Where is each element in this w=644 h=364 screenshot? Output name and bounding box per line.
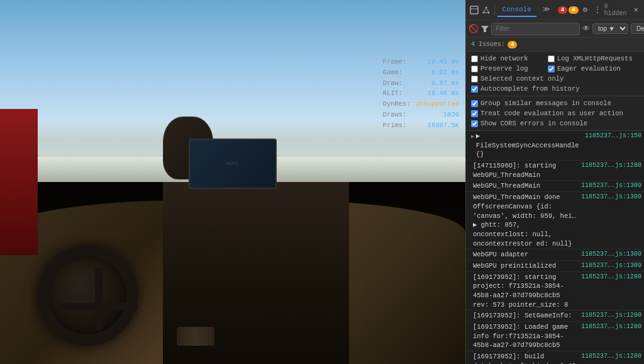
filter-icon[interactable] [481, 21, 489, 37]
hide-network-label: Hide network [480, 55, 528, 62]
console-message-7[interactable]: [169173952]: starting project: f713521a-… [466, 272, 644, 311]
console-message-4[interactable]: WebGPU_ThreadMain done OffscreenCanvas {… [466, 192, 644, 249]
close-devtools-icon[interactable]: ✕ [631, 3, 641, 18]
preserve-log-label: Preserve log [480, 65, 528, 72]
frame-label: Frame: [383, 57, 407, 67]
expand-arrow-1: ▶ [471, 133, 474, 140]
tab-more[interactable]: ≫ [538, 3, 555, 17]
msg-link-3[interactable]: 1185237….js:1309 [581, 181, 641, 190]
console-message-9[interactable]: [169173952]: Loaded game info for:f71352… [466, 322, 644, 351]
msg-link-6[interactable]: 1185237….js:1309 [581, 261, 641, 270]
msg-content-2: [14711596O]: starting WebGPU_ThreadMain [473, 161, 579, 179]
devtools-toolbar-top: Console ≫ 4 4 ⚙ ⋮ 9 hidden ✕ [466, 0, 644, 20]
draws-value: 1020 [443, 110, 459, 120]
dynres-value: Unsupported [416, 99, 459, 110]
treat-code-label: Treat code evaluation as user action [480, 110, 623, 117]
console-message-1[interactable]: ▶▶ FileSystemSyncAccessHandle {}1185237…… [466, 131, 644, 161]
msg-content-8: [169173952]: SetGameInfo: [473, 311, 579, 321]
treat-code-checkbox[interactable] [471, 110, 478, 117]
game-value: 0.92 ms [431, 67, 459, 78]
msg-link-7[interactable]: 1185237….js:1280 [581, 273, 641, 282]
msg-content-1: ▶ FileSystemSyncAccessHandle {} [476, 132, 582, 159]
msg-link-9[interactable]: 1185237….js:1280 [581, 322, 641, 331]
warning-badge: 4 [569, 6, 578, 14]
level-select[interactable]: Default levels ▾ [631, 23, 644, 34]
cors-errors-label: Show CORS errors in console [480, 120, 587, 127]
context-select[interactable]: top ▼ [592, 23, 628, 34]
hidden-count: 9 hidden [604, 3, 627, 17]
car-viewport: AUDI Frame: 19.45 ms Game: 0.92 ms Draw:… [0, 0, 465, 364]
msg-link-1[interactable]: 1185237….js:150 [585, 132, 641, 140]
msg-content-7: [169173952]: starting project: f713521a-… [473, 273, 579, 310]
msg-link-2[interactable]: 1185237….js:1280 [581, 161, 641, 170]
console-filter-input[interactable] [491, 23, 580, 35]
tab-console[interactable]: Console [497, 3, 536, 17]
eager-eval-item: Eager evaluation [548, 65, 623, 72]
infotainment-screen: AUDI [189, 139, 277, 189]
msg-link-10[interactable]: 1185237….js:1280 [581, 352, 641, 361]
more-options-icon[interactable]: ⋮ [592, 3, 602, 18]
msg-link-4[interactable]: 1185237….js:1309 [581, 193, 641, 202]
msg-content-4: WebGPU_ThreadMain done OffscreenCanvas {… [473, 193, 579, 248]
console-message-3[interactable]: WebGPU_ThreadMain1185237….js:1309 [466, 181, 644, 192]
game-label: Game: [383, 67, 403, 78]
error-badge: 4 [558, 6, 567, 14]
devtools-toolbar-filter: 🚫 👁 top ▼ Default levels ▾ [466, 20, 644, 38]
msg-content-9: [169173952]: Loaded game info for:f71352… [473, 322, 579, 350]
prims-label: Prims: [383, 120, 407, 131]
toolbar-sep1 [494, 5, 495, 15]
selected-context-checkbox[interactable] [471, 76, 478, 82]
clear-console-button[interactable]: 🚫 [469, 23, 479, 35]
eager-eval-checkbox[interactable] [548, 65, 555, 72]
preserve-log-item: Preserve log [471, 65, 547, 72]
svg-line-6 [486, 8, 489, 11]
autocomplete-label: Autocomplete from history [480, 85, 580, 93]
rlit-label: RLIT: [383, 88, 403, 99]
console-message-5[interactable]: WebGPU adapter1185237….js:1309 [466, 249, 644, 261]
console-messages-list: ▶▶ FileSystemSyncAccessHandle {}1185237…… [466, 131, 644, 364]
draw-label: Draw: [383, 78, 403, 89]
hide-network-checkbox[interactable] [471, 55, 478, 62]
autocomplete-item: Autocomplete from history [471, 85, 580, 93]
msg-content-5: WebGPU adapter [473, 250, 579, 259]
frame-value: 19.45 ms [428, 57, 459, 67]
console-message-8[interactable]: [169173952]: SetGameInfo:1185237….js:128… [466, 310, 644, 322]
settings-icon[interactable]: ⚙ [580, 3, 591, 18]
log-xml-label: Log XMLHttpRequests [557, 55, 633, 62]
msg-content-10: [169173952]: build datahash_to_lockindex… [473, 352, 579, 364]
msg-link-8[interactable]: 1185237….js:1280 [581, 311, 641, 320]
network-icon[interactable] [480, 3, 491, 18]
svg-point-2 [486, 6, 487, 8]
performance-stats: Frame: 19.45 ms Game: 0.92 ms Draw: 0.87… [383, 57, 459, 131]
hide-network-item: Hide network [471, 55, 547, 62]
eye-icon[interactable]: 👁 [582, 24, 590, 33]
console-message-6[interactable]: WebGPU preinitialized1185237….js:1309 [466, 261, 644, 272]
group-similar-checkbox[interactable] [471, 100, 478, 107]
treat-code-item: Treat code evaluation as user action [471, 110, 623, 117]
msg-link-5[interactable]: 1185237….js:1309 [581, 250, 641, 259]
cors-errors-checkbox[interactable] [471, 120, 478, 127]
rlit-value: 18.46 ms [428, 88, 459, 99]
issues-badge: 4 [508, 41, 517, 48]
dynres-label: DynRes: [383, 99, 411, 110]
settings-row2: Group similar messages in console Treat … [466, 96, 644, 131]
autocomplete-checkbox[interactable] [471, 86, 478, 93]
draws-label: Draws: [383, 110, 407, 120]
draw-value: 0.87 ms [431, 78, 459, 89]
group-similar-item: Group similar messages in console [471, 100, 611, 107]
steering-rim [37, 245, 138, 346]
devtools-panel: Console ≫ 4 4 ⚙ ⋮ 9 hidden ✕ 🚫 👁 top ▼ D… [465, 0, 644, 364]
red-car-door [0, 109, 38, 254]
preserve-log-checkbox[interactable] [471, 65, 478, 72]
log-xml-checkbox[interactable] [548, 55, 555, 62]
svg-line-5 [484, 8, 486, 11]
console-message-2[interactable]: [14711596O]: starting WebGPU_ThreadMain1… [466, 161, 644, 181]
settings-row1: Hide network Log XMLHttpRequests Preserv… [466, 52, 644, 96]
issues-bar: 4 Issues: 4 [466, 38, 644, 52]
console-message-10[interactable]: [169173952]: build datahash_to_lockindex… [466, 351, 644, 364]
steering-wheel [37, 245, 150, 346]
msg-content-6: WebGPU preinitialized [473, 261, 579, 271]
elements-icon[interactable] [469, 3, 479, 18]
selected-context-label: Selected context only [480, 75, 564, 82]
spoke-vertical [95, 268, 103, 331]
